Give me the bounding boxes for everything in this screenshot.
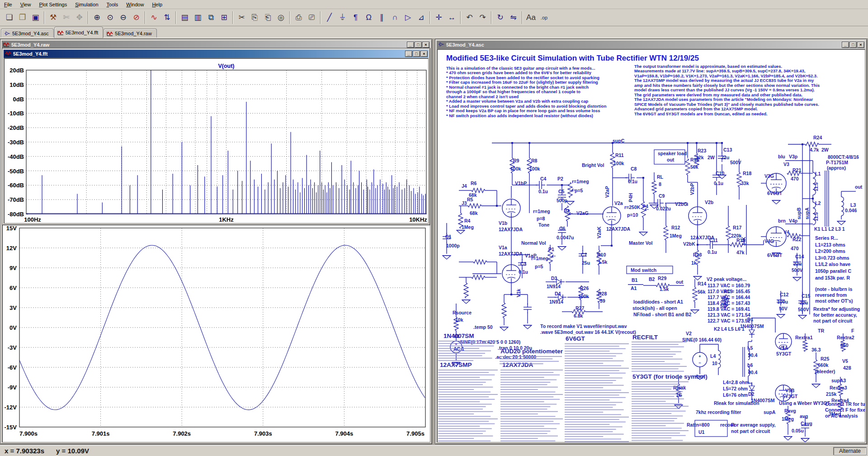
component-label: 1N4007SM	[751, 398, 775, 403]
component-label: 50V	[779, 306, 788, 311]
window-asc-titlebar[interactable]: 5E3mod_Y4.asc _ □ ×	[437, 41, 865, 49]
vertical-panes-icon[interactable]: ▥	[191, 11, 204, 24]
component-label: V2bG	[675, 201, 687, 207]
window-fft[interactable]: 5E3mod_Y4.fft _ □ × 20dB10dB0dB-10dB-20d…	[2, 48, 430, 225]
component-label: p=8	[537, 216, 545, 221]
component-label: 0.022u	[656, 206, 671, 211]
schematic-body: Modified 5E3-like Circuit Simulation wit…	[437, 49, 865, 442]
minimize-button[interactable]: _	[405, 51, 412, 57]
component-label: brn	[778, 218, 786, 223]
tab-5E3mod_Y4.raw[interactable]: 5E3mod_Y4.raw	[104, 28, 156, 38]
fft-x-tick: 10KHz	[409, 216, 427, 223]
close-button[interactable]: ×	[422, 42, 429, 48]
ground-icon[interactable]: ⏚	[336, 11, 349, 24]
component-label: r=250K	[624, 204, 641, 210]
open-icon[interactable]: ❐	[16, 11, 29, 24]
manual-limits-icon[interactable]: ⇅	[160, 11, 174, 24]
print-icon[interactable]: ⎙	[292, 11, 305, 24]
maximize-button[interactable]: □	[415, 42, 422, 48]
component-label: p=5	[535, 264, 543, 269]
toolbar-separator	[175, 11, 176, 24]
zoom-full-extents-icon[interactable]: ⊘	[130, 11, 143, 24]
note-line: not part of circuit	[813, 318, 853, 323]
close-button[interactable]: ×	[420, 51, 428, 57]
component-label: 1k	[691, 260, 697, 266]
redo-icon[interactable]: ↷	[476, 11, 489, 24]
note-line: model draws less current than the publis…	[634, 88, 815, 92]
component-label: R18	[743, 171, 751, 176]
inductor-icon[interactable]: ∩	[388, 11, 401, 24]
close-button[interactable]: ×	[857, 42, 864, 48]
menu-file[interactable]: File	[0, 1, 16, 8]
move-icon[interactable]: ✛	[432, 11, 445, 24]
component-label: Cavg	[801, 421, 812, 426]
spice-directive-icon[interactable]: .op	[538, 11, 551, 24]
cut-icon[interactable]: ✂	[235, 11, 248, 24]
component-label: C12	[780, 292, 788, 297]
undo-icon[interactable]: ↶	[463, 11, 476, 24]
tab-5E3mod_Y4.asc[interactable]: 5E3mod_Y4.asc	[1, 28, 54, 38]
zoom-out-icon[interactable]: ⊖	[117, 11, 130, 24]
maximize-button[interactable]: □	[849, 42, 857, 48]
pan-hand-icon[interactable]: ✥	[73, 11, 86, 24]
zoom-previous-icon[interactable]: ⊙	[104, 11, 117, 24]
run-icon[interactable]: ⚒	[47, 11, 60, 24]
component-label: L3	[850, 202, 856, 208]
component-label: 500V	[798, 307, 809, 312]
note-line: L2=200 ohms	[815, 248, 845, 254]
save-icon[interactable]: ▣	[29, 11, 42, 24]
wire-icon[interactable]: ╱	[323, 11, 336, 24]
print-preview-icon[interactable]: ⎚	[305, 11, 318, 24]
component-label: out	[855, 184, 863, 190]
menu-tools[interactable]: Tools	[103, 1, 123, 8]
copy-icon[interactable]: ⎘	[248, 11, 261, 24]
schematic-canvas[interactable]: Modified 5E3-like Circuit Simulation wit…	[437, 49, 865, 442]
plot-panes-icon[interactable]: ▤	[178, 11, 191, 24]
note-line: 122.7 VAC = 173.52	[708, 318, 750, 323]
net-label-icon[interactable]: ¶	[349, 11, 362, 24]
diode-icon[interactable]: ▷	[401, 11, 415, 24]
halt-icon[interactable]: ✄	[60, 11, 73, 24]
window-asc[interactable]: 5E3mod_Y4.asc _ □ × Modified 5E3-like Ci…	[435, 39, 867, 444]
capacitor-icon[interactable]: ∥	[375, 11, 388, 24]
menu-help[interactable]: Help	[148, 1, 166, 8]
menu-window[interactable]: Window	[122, 1, 148, 8]
minimize-button[interactable]: _	[407, 42, 414, 48]
window-fft-titlebar[interactable]: 5E3mod_Y4.fft _ □ ×	[4, 50, 429, 58]
component-label: 12AX7JDA	[499, 251, 523, 256]
minimize-button[interactable]: _	[842, 42, 849, 48]
component-label: R10	[597, 252, 606, 257]
component-label: 56k	[698, 289, 706, 294]
rotate-icon[interactable]: ↻	[494, 11, 507, 24]
component-label: 1N914	[549, 299, 563, 304]
component-label: V4	[783, 229, 789, 235]
text-icon[interactable]: Aa	[524, 11, 538, 24]
component-label: 470	[791, 246, 799, 251]
cascade-windows-icon[interactable]: ⧉	[204, 11, 217, 24]
component-icon[interactable]: ⊿	[415, 11, 428, 24]
paste-icon[interactable]: ⎗	[261, 11, 274, 24]
mirror-icon[interactable]: ⇋	[507, 11, 520, 24]
drag-icon[interactable]: ↔	[445, 11, 458, 24]
menu-plot-settings[interactable]: Plot Settings	[35, 1, 71, 8]
component-label: stock(ish) - all open	[632, 305, 677, 311]
component-label: 0.1u	[714, 180, 723, 186]
component-label: V2bK	[683, 241, 695, 247]
tile-windows-icon[interactable]: ⊞	[217, 11, 231, 24]
toolbar-separator	[289, 11, 290, 24]
menu-simulation[interactable]: Simulation	[71, 1, 102, 8]
tab-5E3mod_Y4.fft[interactable]: 5E3mod_Y4.fft	[54, 27, 104, 38]
component-label: 7khz recording filter	[696, 409, 741, 415]
autorange-icon[interactable]: ∿	[147, 11, 160, 24]
menu-view[interactable]: View	[16, 1, 35, 8]
note-line: * Load mod improves control taper and ad…	[446, 104, 607, 109]
component-label: R27	[576, 305, 584, 311]
new-schematic-icon[interactable]: ❏	[3, 11, 16, 24]
fft-plot[interactable]: 20dB10dB0dB-10dB-20dB-30dB-40dB-50dB-60d…	[4, 58, 429, 223]
maximize-button[interactable]: □	[413, 51, 420, 57]
resistor-icon[interactable]: Ω	[362, 11, 375, 24]
zoom-in-icon[interactable]: ⊕	[90, 11, 104, 24]
find-icon[interactable]: ◎	[274, 11, 288, 24]
fft-trace-title: V(out)	[218, 63, 234, 69]
component-label: 8	[659, 181, 661, 187]
